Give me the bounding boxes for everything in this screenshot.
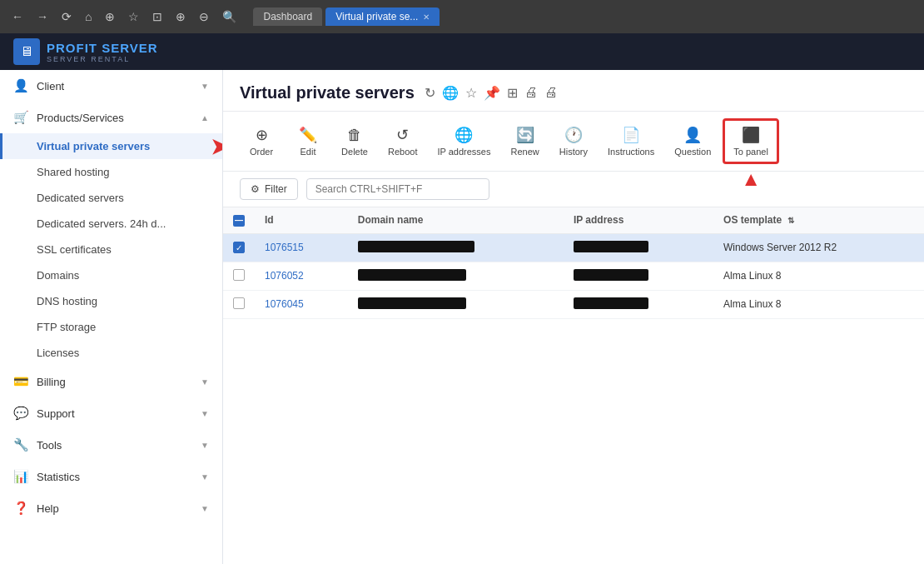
row-ip — [564, 290, 713, 318]
row-checkbox-cell[interactable]: ✓ — [223, 233, 255, 262]
sidebar-item-dns[interactable]: DNS hosting — [0, 288, 222, 314]
browser-forward[interactable]: → — [33, 8, 52, 25]
browser-zoom-in[interactable]: ⊕ — [172, 8, 189, 25]
pin-icon[interactable]: 📌 — [484, 85, 500, 101]
search-input[interactable] — [306, 178, 489, 200]
delete-button[interactable]: 🗑 Delete — [333, 122, 376, 162]
browser-back[interactable]: ← — [8, 8, 27, 25]
row-domain — [348, 233, 564, 262]
browser-bar: ← → ⟳ ⌂ ⊕ ☆ ⊡ ⊕ ⊖ 🔍 Dashboard Virtual pr… — [0, 0, 924, 33]
sidebar-item-licenses[interactable]: Licenses — [0, 340, 222, 366]
chevron-down-icon: ▼ — [201, 409, 209, 418]
to-panel-icon: ⬛ — [742, 126, 760, 144]
sort-icon[interactable]: ⇅ — [787, 216, 794, 225]
chevron-down-icon: ▼ — [201, 441, 209, 450]
row-ip — [564, 262, 713, 290]
sidebar-item-help[interactable]: ❓ Help ▼ — [0, 492, 222, 524]
browser-bookmark-mgr[interactable]: ⊡ — [149, 8, 166, 25]
print-icon[interactable]: 🖨 — [524, 85, 538, 101]
logo-area: 🖥 PROFIT SERVER SERVER RENTAL — [13, 38, 158, 65]
history-icon: 🕐 — [564, 126, 583, 144]
table-row[interactable]: 1076052 Alma Linux 8 — [223, 262, 924, 290]
sidebar-item-products[interactable]: 🛒 Products/Services ▲ — [0, 102, 222, 133]
browser-tab-dashboard[interactable]: Dashboard — [253, 7, 322, 26]
browser-new-tab[interactable]: ⊕ — [102, 8, 118, 25]
browser-home[interactable]: ⌂ — [82, 8, 95, 25]
question-icon: 👤 — [683, 126, 702, 144]
sidebar-item-dedicated[interactable]: Dedicated servers — [0, 185, 222, 211]
row-checkbox-cell[interactable] — [223, 290, 255, 318]
sidebar-item-client[interactable]: 👤 Client ▼ — [0, 70, 222, 102]
tools-icon: 🔧 — [13, 437, 28, 452]
table-row[interactable]: 1076045 Alma Linux 8 — [223, 290, 924, 318]
filter-button[interactable]: ⚙ Filter — [240, 178, 298, 200]
renew-button[interactable]: 🔄 Renew — [503, 121, 548, 162]
reboot-icon: ↺ — [396, 126, 409, 144]
sidebar-item-tools[interactable]: 🔧 Tools ▼ — [0, 429, 222, 461]
question-button[interactable]: 👤 Question — [666, 121, 719, 162]
sidebar-item-vps[interactable]: Virtual private servers — [0, 133, 222, 159]
reboot-button[interactable]: ↺ Reboot — [380, 121, 425, 162]
row-checkbox-cell[interactable] — [223, 262, 255, 290]
browser-bookmark-add[interactable]: ☆ — [125, 8, 142, 25]
sidebar: 👤 Client ▼ 🛒 Products/Services ▲ Virtual… — [0, 70, 223, 564]
check-all-checkbox[interactable]: — — [233, 215, 245, 227]
row-id: 1076515 — [255, 233, 348, 262]
browser-tab-vps[interactable]: Virtual private se... ✕ — [325, 7, 440, 26]
select-all-header[interactable]: — — [223, 207, 255, 233]
help-icon: ❓ — [13, 501, 28, 516]
sidebar-item-dedicated-24h[interactable]: Dedicated servers. 24h d... — [0, 211, 222, 237]
refresh-icon[interactable]: ↻ — [425, 85, 435, 101]
row-os: Windows Server 2012 R2 — [713, 233, 924, 262]
toolbar: ⊕ Order ✏️ Edit 🗑 Delete ↺ Reboot 🌐 IP a… — [223, 112, 924, 172]
client-icon: 👤 — [13, 78, 28, 93]
table-header-row: — Id Domain name IP address OS template — [223, 207, 924, 233]
instructions-icon: 📄 — [622, 126, 640, 144]
content-area: Virtual private servers ↻ 🌐 ☆ 📌 ⊞ 🖨 🖨 ⊕ … — [223, 70, 924, 564]
renew-icon: 🔄 — [516, 126, 534, 144]
browser-refresh[interactable]: ⟳ — [58, 8, 75, 25]
history-button[interactable]: 🕐 History — [551, 121, 596, 162]
star-icon[interactable]: ☆ — [465, 85, 477, 101]
to-panel-button[interactable]: ⬛ To panel — [723, 118, 779, 164]
globe-icon[interactable]: 🌐 — [442, 85, 459, 101]
sidebar-item-statistics[interactable]: 📊 Statistics ▼ — [0, 461, 222, 492]
filter-bar: ⚙ Filter — [223, 172, 924, 207]
print2-icon[interactable]: 🖨 — [544, 85, 558, 101]
app-header: 🖥 PROFIT SERVER SERVER RENTAL — [0, 33, 924, 70]
ip-addresses-button[interactable]: 🌐 IP addresses — [429, 121, 499, 162]
chevron-down-icon: ▼ — [201, 377, 209, 387]
row-id: 1076052 — [255, 262, 348, 290]
sidebar-item-domains[interactable]: Domains — [0, 262, 222, 288]
to-panel-wrapper: ⬛ To panel ▲ — [723, 118, 779, 164]
id-header: Id — [255, 207, 348, 233]
order-button[interactable]: ⊕ Order — [240, 121, 283, 162]
table-icon[interactable]: ⊞ — [507, 85, 518, 101]
ip-header: IP address — [564, 207, 713, 233]
edit-button[interactable]: ✏️ Edit — [286, 121, 330, 162]
instructions-button[interactable]: 📄 Instructions — [599, 121, 663, 162]
sidebar-sub-products: Virtual private servers ➤ Shared hosting… — [0, 133, 222, 366]
filter-icon: ⚙ — [251, 183, 260, 195]
main-layout: 👤 Client ▼ 🛒 Products/Services ▲ Virtual… — [0, 70, 924, 564]
sidebar-item-ftp[interactable]: FTP storage — [0, 314, 222, 340]
sidebar-item-support[interactable]: 💬 Support ▼ — [0, 397, 222, 429]
os-header: OS template ⇅ — [713, 207, 924, 233]
sidebar-item-ssl[interactable]: SSL certificates — [0, 237, 222, 262]
sidebar-item-shared-hosting[interactable]: Shared hosting — [0, 159, 222, 185]
row-os: Alma Linux 8 — [713, 290, 924, 318]
table-row[interactable]: ✓ 1076515 Windows Server 2012 R2 — [223, 233, 924, 262]
close-tab-icon[interactable]: ✕ — [423, 12, 430, 22]
row-checkbox[interactable]: ✓ — [233, 242, 245, 253]
browser-search[interactable]: 🔍 — [219, 8, 240, 25]
vps-table: — Id Domain name IP address OS template — [223, 207, 924, 319]
browser-zoom-out[interactable]: ⊖ — [196, 8, 212, 25]
sidebar-item-billing[interactable]: 💳 Billing ▼ — [0, 366, 222, 397]
logo-icon: 🖥 — [13, 38, 40, 65]
row-checkbox[interactable] — [233, 269, 245, 281]
row-checkbox[interactable] — [233, 297, 245, 309]
row-ip — [564, 233, 713, 262]
ip-icon: 🌐 — [455, 126, 473, 144]
delete-icon: 🗑 — [347, 127, 362, 144]
browser-tabs: Dashboard Virtual private se... ✕ — [253, 7, 440, 26]
